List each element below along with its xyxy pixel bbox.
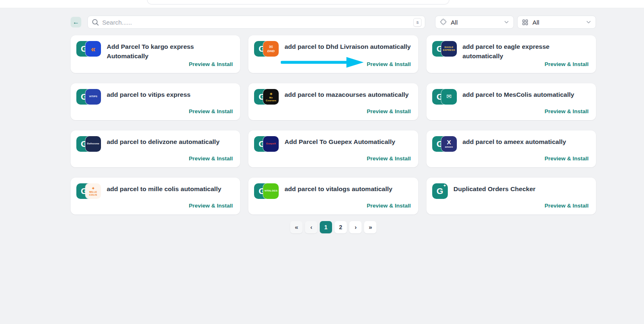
preview-install-link[interactable]: Preview & Install [189, 61, 233, 68]
keyboard-shortcut-badge: s [413, 18, 422, 27]
app-card-title: add parcel to eagle expresse automatical… [463, 41, 566, 61]
app-card-title: add parcel to vitalogs automatically [284, 183, 392, 194]
chevron-down-icon [586, 19, 591, 25]
pagination-prev-button[interactable]: ‹ [305, 221, 317, 233]
pagination-first-button[interactable]: « [290, 221, 303, 233]
gitex-app-icon: G✦ [432, 183, 448, 199]
partner-logo-icon: « [85, 41, 101, 57]
app-card-title: add parcel to delivzone automatically [107, 136, 220, 146]
pagination-page-2[interactable]: 2 [335, 221, 347, 233]
app-card-title: add parcel to mille colis automatically [107, 183, 221, 194]
preview-install-link[interactable]: Preview & Install [545, 108, 589, 115]
app-card: G✦ ✦MILLE COLIS add parcel to mille coli… [71, 178, 240, 214]
preview-install-link[interactable]: Preview & Install [189, 155, 233, 162]
app-card-title: Duplicated Orders Checker [454, 183, 536, 194]
preview-install-link[interactable]: Preview & Install [189, 108, 233, 115]
puzzle-icon [440, 18, 447, 26]
partner-logo-icon: VITALOGS [263, 183, 279, 199]
back-button[interactable]: ← [71, 17, 81, 27]
partner-logo-icon: ✶Mz Courses [263, 89, 279, 105]
search-box[interactable]: s [87, 16, 425, 29]
toolbar: ← s All All [71, 16, 596, 29]
app-icon-pair: G✦ ✶Mz Courses [254, 89, 279, 105]
preview-install-link[interactable]: Preview & Install [545, 203, 589, 209]
app-icon-pair: G✦ ✦MILLE COLIS [76, 183, 101, 199]
partner-logo-icon: GuepeX [263, 136, 279, 152]
app-card-title: add parcel to MesColis automatically [463, 89, 574, 99]
pagination: « ‹ 1 2 › » [71, 221, 596, 233]
sparkle-icon: ✦ [443, 183, 446, 188]
app-card: G✦ VITALOGS add parcel to vitalogs autom… [248, 178, 418, 214]
app-icon-pair: G✦ EAGLE EXPRESS [432, 41, 457, 57]
search-input[interactable] [102, 19, 413, 26]
app-icon-pair: G✦ Delivzone [76, 136, 101, 152]
preview-install-link[interactable]: Preview & Install [367, 155, 410, 162]
chevron-down-icon [504, 19, 509, 25]
preview-install-link[interactable]: Preview & Install [545, 155, 589, 162]
partner-logo-icon: ✉ [441, 89, 457, 105]
app-card: G✦ ✉ add parcel to MesColis automaticall… [426, 83, 596, 120]
app-card-title: add parcel to mazacourses automatically [284, 89, 408, 99]
app-card: G✦ « Add Parcel To kargo express Automat… [71, 35, 240, 73]
partner-logo-icon: Delivzone [85, 136, 101, 152]
arrow-left-icon: ← [73, 18, 79, 26]
grid-icon [522, 19, 529, 26]
partner-logo-icon: EAGLE EXPRESS [441, 41, 457, 57]
omnibox-remnant [147, 0, 449, 5]
app-icon-pair: G✦ ✉ [432, 89, 457, 105]
app-icon-pair: G✦ « [76, 41, 101, 57]
preview-install-link[interactable]: Preview & Install [367, 108, 410, 115]
top-band [0, 0, 644, 8]
app-card: G✦ Delivzone add parcel to delivzone aut… [71, 130, 240, 167]
app-card: G✦ ✉DHD add parcel to Dhd Livraison auto… [248, 35, 418, 73]
app-icon-pair: G✦ Xameex [432, 136, 457, 152]
app-cards-grid: G✦ « Add Parcel To kargo express Automat… [71, 35, 596, 214]
partner-logo-icon: VITIPS [85, 89, 101, 105]
filter-category-value: All [532, 19, 586, 26]
app-icon-pair: G✦ [432, 183, 448, 199]
app-icon-pair: G✦ ✉DHD [254, 41, 279, 57]
app-icon-pair: G✦ VITALOGS [254, 183, 279, 199]
app-card: G✦ ✶Mz Courses add parcel to mazacourses… [248, 83, 418, 120]
app-icon-pair: G✦ VITIPS [76, 89, 101, 105]
filter-type-value: All [451, 19, 504, 26]
filter-category-dropdown[interactable]: All [517, 16, 596, 29]
app-card: G✦ GuepeX Add Parcel To Guepex Automatic… [248, 130, 418, 167]
preview-install-link[interactable]: Preview & Install [367, 203, 410, 209]
app-card-title: add parcel to vitips express [107, 89, 190, 99]
filter-type-dropdown[interactable]: All [435, 16, 514, 29]
search-icon [92, 19, 99, 26]
partner-logo-icon: ✉DHD [263, 41, 279, 57]
preview-install-link[interactable]: Preview & Install [189, 203, 233, 209]
partner-logo-icon: ✦MILLE COLIS [85, 183, 101, 199]
app-card: G✦ VITIPS add parcel to vitips express P… [71, 83, 240, 120]
pagination-page-1[interactable]: 1 [320, 221, 332, 233]
preview-install-link[interactable]: Preview & Install [545, 61, 589, 68]
app-card: G✦ EAGLE EXPRESS add parcel to eagle exp… [426, 35, 596, 73]
app-icon-pair: G✦ GuepeX [254, 136, 279, 152]
pagination-next-button[interactable]: › [349, 221, 362, 233]
app-card-title: Add Parcel To kargo express Automaticall… [107, 41, 210, 61]
pagination-last-button[interactable]: » [364, 221, 376, 233]
app-card: G✦ Xameex add parcel to ameex automatica… [426, 130, 596, 167]
preview-install-link[interactable]: Preview & Install [367, 61, 410, 68]
partner-logo-icon: Xameex [441, 136, 457, 152]
app-card-title: Add Parcel To Guepex Automatically [284, 136, 395, 146]
app-card-title: add parcel to ameex automatically [463, 136, 566, 146]
annotation-arrow-icon [281, 57, 364, 68]
app-card: G✦ Duplicated Orders Checker Preview & I… [426, 178, 596, 214]
app-card-title: add parcel to Dhd Livraison automaticall… [284, 41, 411, 51]
